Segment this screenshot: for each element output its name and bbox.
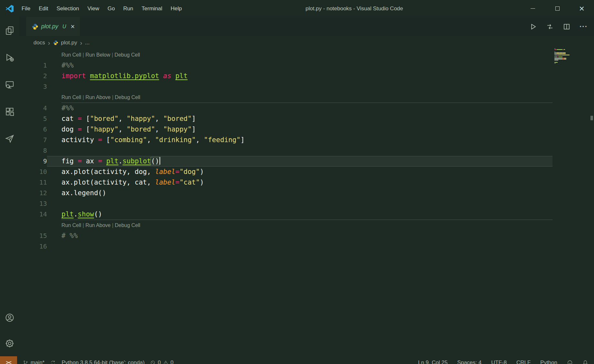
- activity-remote-explorer[interactable]: [0, 71, 19, 98]
- code-content[interactable]: activity = ["combing", "drinking", "feed…: [47, 135, 552, 145]
- codelens-content[interactable]: Run Cell | Run Above | Debug Cell: [47, 220, 552, 231]
- code-token: show: [78, 210, 94, 218]
- code-content[interactable]: cat = ["bored", "happy", "bored"]: [47, 114, 552, 124]
- line-number[interactable]: 5: [19, 114, 47, 124]
- remote-icon: ><: [6, 360, 11, 364]
- maximize-button[interactable]: [545, 0, 570, 17]
- remote-indicator[interactable]: ><: [0, 356, 17, 364]
- settings-button[interactable]: [0, 331, 19, 356]
- code-content[interactable]: ax.legend(): [47, 188, 552, 198]
- code-content[interactable]: ax.plot(activity, dog, label="dog"): [47, 167, 552, 177]
- split-editor-button[interactable]: [563, 23, 571, 31]
- codelens-link[interactable]: Debug Cell: [115, 223, 140, 228]
- code-token: #%%: [61, 61, 74, 69]
- line-number[interactable]: 7: [19, 135, 47, 145]
- account-button[interactable]: [0, 305, 19, 331]
- code-content[interactable]: ax.plot(activity, cat, label="cat"): [47, 177, 552, 188]
- code-content[interactable]: import matplotlib.pyplot as plt: [47, 71, 552, 81]
- tab-close-icon[interactable]: ×: [71, 23, 75, 31]
- codelens-link[interactable]: Debug Cell: [115, 95, 140, 100]
- line-number[interactable]: 9: [19, 156, 47, 167]
- sync-button[interactable]: [50, 360, 56, 364]
- code-token: fig: [61, 157, 78, 165]
- breadcrumb-symbol[interactable]: ...: [85, 40, 89, 46]
- code-token: "happy": [90, 125, 119, 133]
- menu-edit[interactable]: Edit: [34, 0, 52, 17]
- code-token: activity: [61, 136, 98, 144]
- line-number[interactable]: 1: [19, 60, 47, 71]
- menu-selection[interactable]: Selection: [52, 0, 83, 17]
- code-content[interactable]: #%%: [47, 103, 552, 114]
- menu-terminal[interactable]: Terminal: [137, 0, 166, 17]
- breadcrumb-file[interactable]: plot.py: [61, 40, 77, 46]
- codelens-link[interactable]: Run Cell: [61, 95, 81, 100]
- code-content[interactable]: dog = ["happy", "bored", "happy"]: [47, 124, 552, 135]
- code-content[interactable]: [47, 81, 552, 92]
- menu-view[interactable]: View: [83, 0, 104, 17]
- git-status-badge: U: [62, 24, 66, 30]
- minimize-button[interactable]: [521, 0, 545, 17]
- activity-explorer[interactable]: [0, 17, 19, 44]
- line-number[interactable]: 14: [19, 209, 47, 220]
- code-line: 12ax.legend(): [19, 188, 552, 198]
- code-content[interactable]: [47, 241, 552, 252]
- feedback-icon[interactable]: [567, 360, 573, 364]
- breadcrumb-folder[interactable]: docs: [33, 40, 45, 46]
- code-content[interactable]: [47, 198, 552, 209]
- line-number[interactable]: 3: [19, 81, 47, 92]
- line-number[interactable]: 12: [19, 188, 47, 198]
- code-token: [: [82, 115, 90, 123]
- activity-run-and-debug[interactable]: [0, 44, 19, 71]
- codelens-link[interactable]: Debug Cell: [115, 52, 140, 58]
- activity-extensions[interactable]: [0, 98, 19, 125]
- codelens-content[interactable]: Run Cell | Run Above | Debug Cell: [47, 92, 552, 103]
- run-file-button[interactable]: [529, 23, 537, 31]
- codelens-link[interactable]: Run Below: [85, 52, 110, 58]
- menu-run[interactable]: Run: [119, 0, 137, 17]
- code-token: plt: [106, 157, 118, 165]
- code-content[interactable]: fig = ax = plt.subplot(): [47, 156, 552, 167]
- code-content[interactable]: # %%: [47, 231, 552, 241]
- close-button[interactable]: ×: [570, 0, 594, 17]
- code-content[interactable]: plt.show(): [47, 209, 552, 220]
- cursor-position[interactable]: Ln 9, Col 25: [418, 359, 448, 364]
- code-token: label: [155, 168, 175, 176]
- menu-go[interactable]: Go: [103, 0, 119, 17]
- python-interpreter[interactable]: Python 3.8.5 64-bit ('base': conda): [61, 359, 144, 364]
- problems[interactable]: 0 0: [150, 359, 173, 364]
- line-number[interactable]: 2: [19, 71, 47, 81]
- git-branch[interactable]: main*: [23, 359, 44, 364]
- tab-plot-py[interactable]: plot.py U ×: [26, 17, 80, 36]
- python-icon: [32, 23, 38, 30]
- code-token: "bored": [126, 125, 155, 133]
- menu-help[interactable]: Help: [166, 0, 186, 17]
- line-number[interactable]: 15: [19, 231, 47, 241]
- line-number[interactable]: 11: [19, 177, 47, 188]
- code-rows[interactable]: Run Cell | Run Below | Debug Cell1#%%2im…: [19, 50, 552, 252]
- window-title: plot.py - notebooks - Visual Studio Code: [305, 5, 403, 12]
- language-mode[interactable]: Python: [540, 359, 557, 364]
- line-number[interactable]: 6: [19, 124, 47, 135]
- menu-file[interactable]: File: [17, 0, 34, 17]
- code-content[interactable]: [47, 145, 552, 156]
- codelens-link[interactable]: Run Cell: [61, 223, 81, 228]
- line-number[interactable]: 8: [19, 145, 47, 156]
- more-actions-button[interactable]: ···: [580, 23, 588, 31]
- minimap-line: [554, 63, 580, 64]
- code-content[interactable]: #%%: [47, 60, 552, 71]
- line-number[interactable]: 4: [19, 103, 47, 114]
- minimap[interactable]: [554, 48, 580, 65]
- encoding[interactable]: UTF-8: [491, 359, 506, 364]
- line-number[interactable]: 10: [19, 167, 47, 177]
- codelens-content[interactable]: Run Cell | Run Below | Debug Cell: [47, 50, 552, 60]
- codelens-link[interactable]: Run Above: [85, 223, 110, 228]
- codelens-link[interactable]: Run Cell: [61, 52, 81, 58]
- indentation[interactable]: Spaces: 4: [457, 359, 482, 364]
- open-changes-button[interactable]: [546, 23, 554, 31]
- eol-sequence[interactable]: CRLF: [516, 359, 531, 364]
- codelens-link[interactable]: Run Above: [85, 95, 110, 100]
- notifications-bell-icon[interactable]: [582, 360, 588, 364]
- line-number[interactable]: 16: [19, 241, 47, 252]
- activity-send[interactable]: [0, 125, 19, 152]
- line-number[interactable]: 13: [19, 198, 47, 209]
